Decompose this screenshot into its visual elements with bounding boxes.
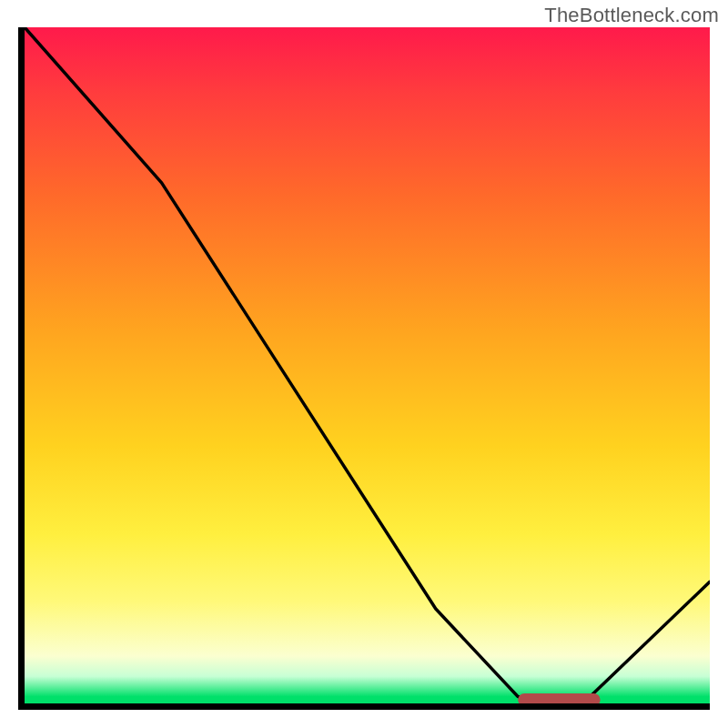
watermark-text: TheBottleneck.com bbox=[544, 4, 719, 27]
plot-area bbox=[18, 27, 710, 710]
chart-container: TheBottleneck.com bbox=[0, 0, 728, 728]
chart-svg bbox=[25, 27, 710, 703]
bottleneck-curve bbox=[25, 27, 710, 703]
optimal-range-marker bbox=[518, 693, 600, 706]
